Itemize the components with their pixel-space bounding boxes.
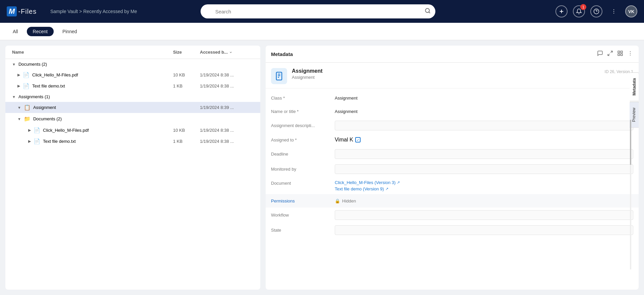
pdf-icon: 📄 [34,127,40,133]
header: M -Files Sample Vault > Recently Accesse… [0,0,644,23]
file-assignment[interactable]: ▼ 📋 Assignment 1/19/2024 8:39 ... [5,102,260,113]
metadata-panel: Metadata [266,46,639,290]
view-icon[interactable] [617,50,623,58]
expand-icon[interactable] [607,50,613,58]
doc-link-1-text: Click_Hello_M-Files (Version 3) [335,180,395,185]
metadata-header: Metadata [266,46,639,63]
svg-line-9 [611,51,612,53]
field-value-assigned-to: Vimal K ✓ [335,137,633,143]
external-link-icon-2: ↗ [385,187,388,191]
doc-link-2[interactable]: Text file demo (Version 9) ↗ [335,186,633,191]
tab-pinned[interactable]: Pinned [56,27,83,36]
field-label-name-or-title: Name or title [271,109,335,114]
field-class: Class Assignment [266,91,639,105]
field-label-assigned-to: Assigned to [271,137,335,142]
logo-files: -Files [18,8,37,15]
svg-line-10 [608,54,609,56]
metadata-obj-header: Assignment Assignment ID 26, Version 1 [266,63,639,88]
field-label-state: State [271,228,335,233]
group-assignments-label: Assignments (1) [18,94,50,99]
field-input-monitored-by[interactable] [335,164,633,174]
file-name: Text file demo.txt [32,83,65,88]
field-label-assignment-desc: Assignment descripti... [271,123,335,128]
tab-all[interactable]: All [7,27,24,36]
more-options-button[interactable] [608,5,620,17]
field-value-permissions: 🔒 Hidden [335,198,633,203]
file-date: 1/19/2024 8:39 ... [200,105,254,110]
chevron-down-icon: ▼ [12,62,16,66]
svg-rect-14 [618,54,620,56]
field-input-state[interactable] [335,225,633,235]
chevron-right-icon: ▶ [17,73,20,77]
doc-link-1[interactable]: Click_Hello_M-Files (Version 3) ↗ [335,180,633,185]
tab-recent[interactable]: Recent [27,27,54,36]
file-size: 10 KB [173,128,200,133]
permissions-value: Hidden [342,198,356,203]
svg-point-7 [613,11,614,12]
pdf-icon: 📄 [23,72,30,78]
file-click-hello-pdf[interactable]: ▶ 📄 Click_Hello_M-Files.pdf 10 KB 1/19/2… [5,69,260,80]
metadata-title: Metadata [271,51,293,57]
group-documents[interactable]: ▼ Documents (2) [5,59,260,69]
doc-link-2-text: Text file demo (Version 9) [335,186,384,191]
field-workflow: Workflow [266,208,639,223]
scrollbar-track [630,119,631,270]
field-name-or-title: Name or title Assignment [266,105,639,118]
file-size: 1 KB [173,83,200,88]
sub-group-label: Documents (2) [33,116,62,121]
sub-file-click-hello-pdf[interactable]: ▶ 📄 Click_Hello_M-Files.pdf 10 KB 1/19/2… [5,125,260,136]
file-name: Text file demo.txt [43,139,76,144]
add-button[interactable] [555,5,568,17]
field-permissions: Permissions 🔒 Hidden [266,194,639,208]
field-input-assignment-desc[interactable] [335,121,633,130]
svg-point-8 [613,13,614,13]
field-document: Document Click_Hello_M-Files (Version 3)… [266,177,639,194]
txt-icon: 📄 [23,83,30,89]
field-label-monitored-by: Monitored by [271,167,335,172]
chevron-down-icon: ▼ [17,117,21,121]
comment-icon[interactable] [597,50,603,58]
obj-icon [271,68,287,84]
field-assigned-to: Assigned to Vimal K ✓ [266,133,639,146]
field-input-deadline[interactable] [335,149,633,159]
sub-group-documents[interactable]: ▼ 📁 Documents (2) [5,113,260,125]
search-icon [425,8,431,15]
search-input[interactable] [201,4,435,18]
scrollbar-thumb [630,120,631,165]
svg-point-17 [630,55,631,55]
avatar[interactable]: VK [625,5,637,17]
field-label-document: Document [271,180,335,186]
help-button[interactable] [590,5,602,17]
field-input-workflow[interactable] [335,210,633,220]
file-size: 1 KB [173,139,200,144]
lock-icon: 🔒 [335,198,340,203]
chevron-right-icon: ▶ [28,128,31,132]
file-table-header: Name Size Accessed b... [5,46,260,59]
chevron-right-icon: ▶ [17,84,20,88]
folder-icon: 📁 [24,116,31,122]
header-actions: 1 VK [555,5,637,17]
file-text-demo-txt[interactable]: ▶ 📄 Text file demo.txt 1 KB 1/19/2024 8:… [5,80,260,92]
field-monitored-by: Monitored by [266,162,639,177]
metadata-header-icons [597,50,633,58]
field-assignment-description: Assignment descripti... [266,118,639,133]
side-tab-metadata[interactable]: Metadata [630,72,639,101]
obj-id: ID 26, Version 1 [605,68,633,74]
field-label-class: Class [271,96,335,101]
main-content: Name Size Accessed b... ▼ Documents (2) … [0,40,644,295]
notifications-button[interactable]: 1 [573,5,585,17]
file-date: 1/19/2024 8:38 ... [200,72,254,77]
group-assignments[interactable]: ▼ Assignments (1) [5,92,260,102]
assignment-icon: 📋 [24,104,31,111]
col-name: Name [12,50,173,55]
field-value-class: Assignment [335,96,633,101]
more-icon[interactable] [627,50,633,58]
external-link-icon: ↗ [397,180,400,185]
field-state: State [266,223,639,238]
sub-file-text-demo-txt[interactable]: ▶ 📄 Text file demo.txt 1 KB 1/19/2024 8:… [5,136,260,147]
file-panel: Name Size Accessed b... ▼ Documents (2) … [5,46,260,290]
chevron-down-icon: ▼ [17,106,21,110]
group-documents-label: Documents (2) [18,62,47,67]
file-size: 10 KB [173,72,200,77]
svg-rect-13 [621,54,623,56]
